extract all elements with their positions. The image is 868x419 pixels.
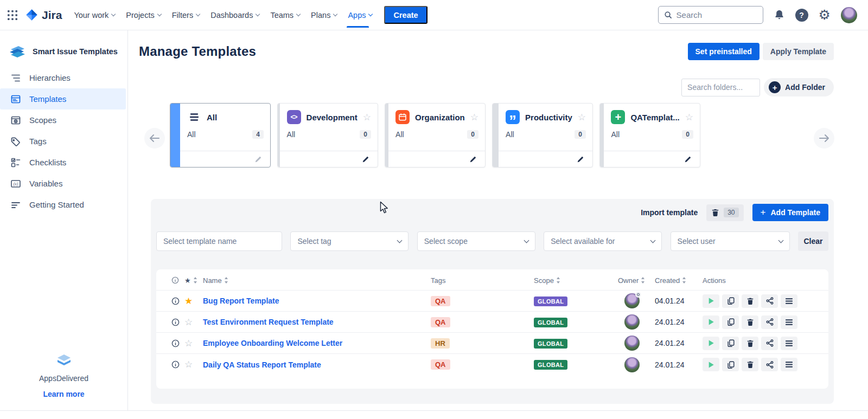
sidebar-item-tags[interactable]: Tags [0,131,126,152]
info-icon[interactable] [171,297,184,305]
trash-icon [746,297,754,305]
favorite-column-sort[interactable]: ★ [184,276,203,285]
trash-bin-button[interactable]: 30 [706,204,743,221]
menu-icon [785,298,793,305]
folder-sublabel: All [506,130,514,139]
favorite-star-icon[interactable]: ☆ [184,339,203,348]
app-switcher-icon[interactable] [7,9,18,21]
user-filter-select[interactable]: Select user [671,231,790,251]
add-folder-button[interactable]: + Add Folder [764,78,834,96]
favorite-star-icon[interactable]: ☆ [363,112,371,123]
nav-plans[interactable]: Plans [311,11,337,20]
run-template-button[interactable] [703,337,719,350]
row-menu-button[interactable] [781,337,797,350]
available-for-filter-select[interactable]: Select available for [544,231,662,251]
set-preinstalled-button[interactable]: Set preinstalled [688,43,760,60]
sidebar-item-scopes[interactable]: Scopes [0,109,126,131]
favorite-star-icon[interactable]: ☆ [184,360,203,369]
nav-dashboards[interactable]: Dashboards [210,11,259,20]
create-button[interactable]: Create [384,6,427,24]
edit-folder-icon[interactable] [469,156,477,163]
folder-card-organization[interactable]: Organization ☆ All 0 [385,103,486,167]
import-template-link[interactable]: Import template [641,208,698,217]
scope-filter-select[interactable]: Select scope [417,231,535,251]
share-template-button[interactable] [761,358,778,371]
info-icon[interactable] [171,360,184,369]
settings-gear-icon[interactable]: ⚙ [819,8,831,22]
folder-card-qatemplates[interactable]: + QATemplat... ☆ All 0 [599,103,700,167]
jira-logo[interactable]: Jira [25,8,62,22]
nav-apps[interactable]: Apps [348,11,372,20]
edit-folder-icon[interactable] [577,156,584,163]
copy-template-button[interactable] [722,337,739,350]
info-icon[interactable] [171,339,184,347]
favorite-star-icon[interactable]: ☆ [184,318,203,327]
run-template-button[interactable] [703,358,719,371]
share-template-button[interactable] [761,337,778,350]
favorite-star-icon[interactable]: ☆ [578,112,586,123]
top-navigation-bar: Jira Your work Projects Filters Dashboar… [0,0,868,30]
jira-logo-icon [25,8,39,22]
search-input[interactable] [676,10,752,20]
search-folders-input[interactable] [681,79,760,96]
delete-template-button[interactable] [742,294,758,308]
tag-filter-select[interactable]: Select tag [290,231,409,251]
chevron-down-icon [196,12,200,16]
global-search[interactable] [658,6,763,24]
apply-template-button[interactable]: Apply Template [763,43,834,60]
run-template-button[interactable] [703,315,719,329]
learn-more-link[interactable]: Learn more [0,390,127,398]
nav-teams[interactable]: Teams [270,11,300,20]
share-template-button[interactable] [761,315,778,329]
user-avatar[interactable] [841,7,857,23]
template-name-filter[interactable] [156,231,282,251]
template-name-link[interactable]: Test Environment Request Template [203,318,431,326]
created-column-sort[interactable]: Created [655,276,703,285]
row-menu-button[interactable] [781,294,797,308]
sidebar-item-variables[interactable]: (x) Variables [0,173,126,194]
copy-template-button[interactable] [722,294,739,308]
run-template-button[interactable] [703,294,719,308]
scope-column-sort[interactable]: Scope [534,276,618,285]
scope-badge: GLOBAL [534,296,567,306]
edit-folder-icon[interactable] [254,156,262,163]
folder-card-development[interactable]: <> Development ☆ All 0 [277,103,378,167]
chevron-down-icon [397,238,403,243]
favorite-star-icon[interactable]: ★ [184,296,203,306]
favorite-star-icon[interactable]: ☆ [685,112,693,123]
nav-filters[interactable]: Filters [172,11,200,20]
template-name-input[interactable] [163,237,275,246]
favorite-star-icon[interactable]: ☆ [470,112,478,123]
owner-column-sort[interactable]: Owner [618,276,655,285]
sidebar-item-getting-started[interactable]: Getting Started [0,194,126,215]
copy-template-button[interactable] [722,358,739,371]
delete-template-button[interactable] [742,315,758,329]
row-menu-button[interactable] [781,358,797,371]
edit-folder-icon[interactable] [684,156,692,163]
name-column-sort[interactable]: Name [203,276,431,285]
clear-filters-button[interactable]: Clear [798,231,828,251]
carousel-prev-button[interactable] [144,128,165,149]
notifications-bell-icon[interactable] [774,9,785,21]
hierarchies-icon [10,72,22,84]
delete-template-button[interactable] [742,358,758,371]
template-name-link[interactable]: Employee Onboarding Welcome Letter [203,339,431,347]
edit-folder-icon[interactable] [362,156,369,163]
nav-your-work[interactable]: Your work [74,11,115,20]
row-menu-button[interactable] [781,315,797,329]
template-name-link[interactable]: Daily QA Status Report Template [203,360,431,369]
folder-card-all[interactable]: All All 4 [170,103,271,167]
template-name-link[interactable]: Bug Report Template [203,296,431,305]
add-template-button[interactable]: + Add Template [752,204,828,221]
info-icon[interactable] [171,318,184,326]
sidebar-item-checklists[interactable]: Checklists [0,152,126,173]
nav-projects[interactable]: Projects [126,11,161,20]
delete-template-button[interactable] [742,337,758,350]
share-template-button[interactable] [761,294,778,308]
help-icon[interactable]: ? [795,9,808,22]
sidebar-item-hierarchies[interactable]: Hierarchies [0,67,126,88]
sidebar-item-templates[interactable]: Templates [0,88,126,109]
carousel-next-button[interactable] [814,128,834,149]
copy-template-button[interactable] [722,315,739,329]
folder-card-productivity[interactable]: ” Productivity ☆ All 0 [492,103,593,167]
